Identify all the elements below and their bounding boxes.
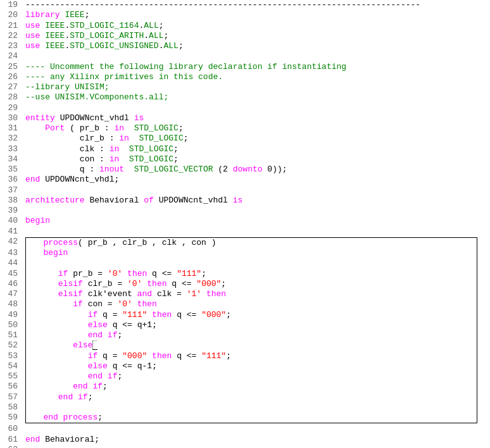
- table-row: 47 elsif clk'event and clk = '1' then: [0, 289, 490, 299]
- table-row: 22use IEEE.STD_LOGIC_ARITH.ALL;: [0, 31, 490, 41]
- code-line[interactable]: use IEEE.STD_LOGIC_ARITH.ALL;: [23, 31, 490, 41]
- code-line[interactable]: if con = '0' then: [23, 299, 490, 309]
- table-row: 42 process( pr_b , clr_b , clk , con ): [0, 237, 490, 248]
- table-row: 25---- Uncomment the following library d…: [0, 62, 490, 72]
- table-row: 55 end if;: [0, 371, 490, 382]
- code-line[interactable]: end if;: [23, 371, 490, 382]
- code-editor[interactable]: 19--------------------------------------…: [0, 0, 490, 448]
- table-row: 30entity UPDOWNcnt_vhdl is: [0, 113, 490, 123]
- code-line[interactable]: end if;: [23, 330, 490, 340]
- table-row: 54 else q <= q-1;: [0, 361, 490, 371]
- box-content: end if;: [25, 371, 477, 382]
- table-row: 36end UPDOWNcnt_vhdl;: [0, 175, 490, 185]
- line-number: 25: [0, 62, 23, 72]
- code-line[interactable]: if q = "111" then q <= "000";: [23, 310, 490, 320]
- code-line[interactable]: else█: [23, 340, 490, 351]
- code-line[interactable]: --use UNISIM.VComponents.all;: [23, 92, 490, 103]
- line-number: 19: [0, 0, 23, 10]
- code-line[interactable]: entity UPDOWNcnt_vhdl is: [23, 113, 490, 123]
- code-line[interactable]: Port ( pr_b : in STD_LOGIC;: [23, 123, 490, 134]
- table-row: 46 elsif clr_b = '0' then q <= "000";: [0, 279, 490, 289]
- line-number: 43: [0, 248, 23, 258]
- line-number: 59: [0, 413, 23, 424]
- code-line[interactable]: else q <= q+1;: [23, 320, 490, 330]
- code-line[interactable]: begin: [23, 248, 490, 258]
- line-number: 22: [0, 31, 23, 41]
- table-row: 60: [0, 424, 490, 434]
- line-number: 61: [0, 435, 23, 445]
- table-row: 49 if q = "111" then q <= "000";: [0, 310, 490, 320]
- code-line[interactable]: clr_b : in STD_LOGIC;: [23, 134, 490, 144]
- code-line[interactable]: [23, 103, 490, 113]
- line-number: 33: [0, 144, 23, 154]
- code-line[interactable]: [23, 445, 490, 448]
- table-row: 37: [0, 185, 490, 196]
- line-number: 42: [0, 237, 23, 248]
- code-line[interactable]: library IEEE;: [23, 10, 490, 20]
- table-row: 28--use UNISIM.VComponents.all;: [0, 92, 490, 103]
- box-content: elsif clk'event and clk = '1' then: [25, 289, 477, 299]
- table-row: 24: [0, 51, 490, 61]
- table-row: 41: [0, 227, 490, 237]
- table-row: 21use IEEE.STD_LOGIC_1164.ALL;: [0, 21, 490, 31]
- code-line[interactable]: [23, 206, 490, 216]
- code-line[interactable]: if pr_b = '0' then q <= "111";: [23, 269, 490, 279]
- box-content: else q <= q-1;: [25, 361, 477, 371]
- line-number: 40: [0, 216, 23, 226]
- code-line[interactable]: use IEEE.STD_LOGIC_UNSIGNED.ALL;: [23, 41, 490, 51]
- table-row: 38architecture Behavioral of UPDOWNcnt_v…: [0, 196, 490, 206]
- line-number: 37: [0, 185, 23, 196]
- line-number: 49: [0, 310, 23, 320]
- box-content: end if;: [25, 330, 477, 340]
- code-line[interactable]: end if;: [23, 392, 490, 402]
- line-number: 53: [0, 351, 23, 361]
- box-content: else q <= q+1;: [25, 320, 477, 330]
- code-line[interactable]: ----------------------------------------…: [23, 0, 490, 10]
- code-line[interactable]: end if;: [23, 382, 490, 392]
- line-number: 47: [0, 289, 23, 299]
- table-row: 20library IEEE;: [0, 10, 490, 20]
- code-line[interactable]: end Behavioral;: [23, 435, 490, 445]
- code-line[interactable]: con : in STD_LOGIC;: [23, 154, 490, 165]
- line-number: 26: [0, 72, 23, 82]
- code-line[interactable]: clk : in STD_LOGIC;: [23, 144, 490, 154]
- code-line[interactable]: [23, 258, 490, 268]
- code-line[interactable]: end UPDOWNcnt_vhdl;: [23, 175, 490, 185]
- line-number: 45: [0, 269, 23, 279]
- code-line[interactable]: end process;: [23, 413, 490, 424]
- code-line[interactable]: [23, 185, 490, 196]
- line-number: 62: [0, 445, 23, 448]
- table-row: 27--library UNISIM;: [0, 82, 490, 92]
- code-line[interactable]: q : inout STD_LOGIC_VECTOR (2 downto 0))…: [23, 165, 490, 175]
- code-line[interactable]: ---- Uncomment the following library dec…: [23, 62, 490, 72]
- code-line[interactable]: else q <= q-1;: [23, 361, 490, 371]
- code-line[interactable]: [23, 51, 490, 61]
- line-number: 27: [0, 82, 23, 92]
- line-number: 51: [0, 330, 23, 340]
- code-line[interactable]: begin: [23, 216, 490, 226]
- line-number: 32: [0, 134, 23, 144]
- table-row: 44: [0, 258, 490, 268]
- box-content: process( pr_b , clr_b , clk , con ): [25, 237, 477, 248]
- line-number: 58: [0, 402, 23, 413]
- table-row: 45 if pr_b = '0' then q <= "111";: [0, 269, 490, 279]
- table-row: 61end Behavioral;: [0, 435, 490, 445]
- code-line[interactable]: elsif clk'event and clk = '1' then: [23, 289, 490, 299]
- code-line[interactable]: use IEEE.STD_LOGIC_1164.ALL;: [23, 21, 490, 31]
- code-line[interactable]: elsif clr_b = '0' then q <= "000";: [23, 279, 490, 289]
- line-number: 38: [0, 196, 23, 206]
- line-number: 23: [0, 41, 23, 51]
- box-content: if pr_b = '0' then q <= "111";: [25, 269, 477, 279]
- line-number: 20: [0, 10, 23, 20]
- line-number: 24: [0, 51, 23, 61]
- code-line[interactable]: if q = "000" then q <= "111";: [23, 351, 490, 361]
- code-line[interactable]: process( pr_b , clr_b , clk , con ): [23, 237, 490, 248]
- code-line[interactable]: [23, 402, 490, 413]
- code-line[interactable]: --library UNISIM;: [23, 82, 490, 92]
- line-number: 41: [0, 227, 23, 237]
- code-line[interactable]: ---- any Xilinx primitives in this code.: [23, 72, 490, 82]
- code-line[interactable]: [23, 424, 490, 434]
- code-line[interactable]: architecture Behavioral of UPDOWNcnt_vhd…: [23, 196, 490, 206]
- box-content: if q = "111" then q <= "000";: [25, 310, 477, 320]
- code-line[interactable]: [23, 227, 490, 237]
